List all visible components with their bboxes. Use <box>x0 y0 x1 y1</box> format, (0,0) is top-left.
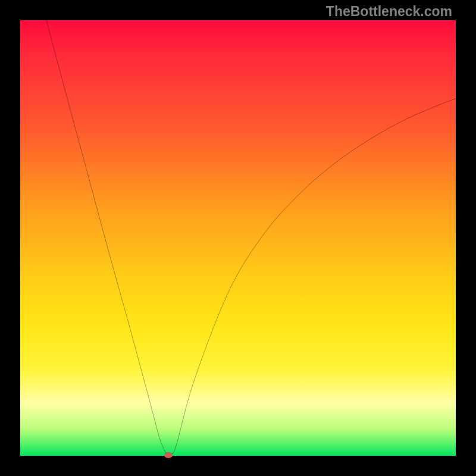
plot-area <box>20 20 456 456</box>
watermark-text: TheBottleneck.com <box>326 4 452 20</box>
chart-frame: TheBottleneck.com <box>0 0 476 476</box>
optimal-point-marker <box>164 452 173 458</box>
